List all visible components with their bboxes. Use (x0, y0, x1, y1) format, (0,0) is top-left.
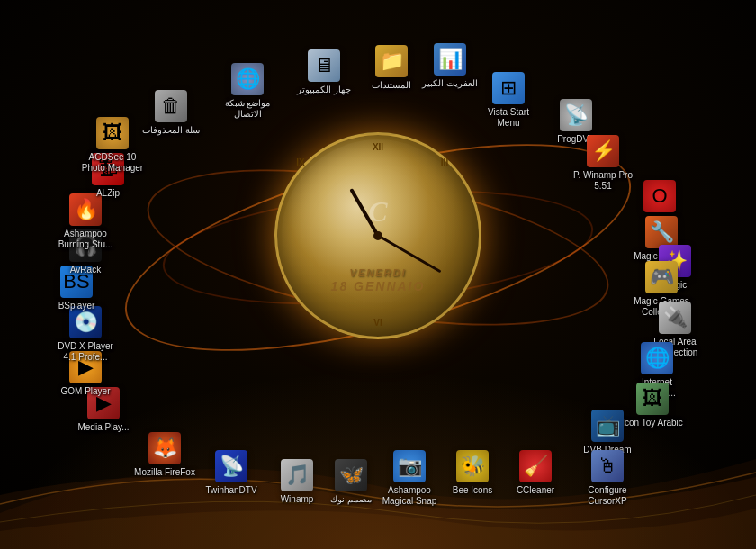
icon-img-mypc: 🖥 (308, 50, 340, 82)
icon-label-recycle: العفريت الكبير (422, 78, 478, 89)
icon-label-media: Media Play... (77, 422, 129, 433)
icon-label-winamp2: P. Winamp Pro 5.51 (572, 170, 634, 192)
icon-label-winamp: Winamp (281, 494, 314, 505)
desktop-icon-cursor[interactable]: 🖱Configure CursorXP (576, 450, 639, 507)
icon-img-acdsee: 🖼 (96, 117, 129, 149)
clock-center-dot (374, 231, 382, 240)
desktop-icon-snap[interactable]: 📷Ashampoo Magical Snap (378, 450, 441, 507)
icon-img-cursor: 🖱 (591, 450, 624, 482)
roman-9: IX (293, 158, 308, 167)
desktop-icon-vista[interactable]: ⊞Vista Start Menu (477, 72, 540, 129)
desktop-icon-winamp[interactable]: 🎵Winamp (266, 459, 328, 505)
desktop-icon-mypc[interactable]: 🖥جهاز الكمبيوتر (292, 50, 356, 95)
desktop-icon-trash[interactable]: 🗑سلة المحذوفات (140, 90, 202, 136)
icon-img-firefox: 🦊 (148, 432, 181, 464)
icon-img-prog: 📡 (560, 99, 592, 131)
icon-img-arabic: 🦋 (335, 459, 367, 491)
icon-img-ccleaner: 🧹 (519, 450, 552, 482)
icon-img-local: 🔌 (659, 302, 691, 334)
desktop-icon-recycle[interactable]: 📊العفريت الكبير (418, 43, 482, 89)
clock-day: VENERDI (350, 267, 407, 278)
desktop-icon-ccleaner[interactable]: 🧹CCleaner (504, 450, 567, 496)
icon-label-firefox: Mozilla FireFox (134, 467, 195, 478)
desktop-icon-arabic[interactable]: 🦋مصمم نوك (320, 459, 382, 505)
desktop-icon-network[interactable]: 🌐مواضع شبكة الاتصال (216, 63, 279, 120)
icon-label-ashampoo: Ashampoo Burning Stu... (54, 229, 117, 250)
desktop-icon-dvb[interactable]: 📺DVB Dream (576, 410, 639, 455)
roman-6: VI (371, 318, 385, 328)
desktop-icon-winamp2[interactable]: ⚡P. Winamp Pro 5.51 (572, 135, 634, 192)
icon-img-dvb: 📺 (591, 410, 624, 442)
icon-img-trash: 🗑 (155, 90, 187, 122)
icon-label-vista: Vista Start Menu (477, 107, 540, 129)
icon-img-bee: 🐝 (456, 450, 489, 482)
icon-label-ccleaner: CCleaner (517, 485, 554, 496)
icon-label-acdsee: ACDSee 10 Photo Manager (81, 152, 144, 174)
icon-label-gom: GOM Player (60, 386, 110, 397)
icon-label-snap: Ashampoo Magical Snap (378, 485, 441, 507)
desktop-icon-ashampoo[interactable]: 🔥Ashampoo Burning Stu... (54, 194, 117, 250)
clock-container: C XII III VI IX VENERDI 18 GENNAIO (274, 132, 482, 339)
icon-label-cursor: Configure CursorXP (576, 485, 639, 507)
icon-img-docs: 📁 (375, 45, 408, 77)
icon-img-internet: 🌐 (641, 342, 673, 374)
icon-img-twinhan: 📡 (215, 450, 248, 482)
icon-img-network: 🌐 (231, 63, 264, 95)
icon-label-dvdx: DVD X Player 4.1 Profe... (54, 341, 117, 363)
icon-img-vista: ⊞ (492, 72, 525, 104)
icon-label-docs: المستندات (372, 80, 411, 91)
roman-3: III (437, 158, 452, 167)
desktop-icon-bee[interactable]: 🐝Bee Icons (441, 450, 504, 496)
icon-label-bee: Bee Icons (453, 485, 492, 496)
icon-label-bsplayer: BSplayer (58, 301, 95, 311)
desktop-icon-acdsee[interactable]: 🖼ACDSee 10 Photo Manager (81, 117, 144, 174)
icon-label-avrack: AvRack (70, 265, 101, 275)
icon-label-twinhan: TwinhanDTV (205, 485, 256, 496)
icon-img-mutils: 🔧 (645, 216, 678, 248)
icon-img-winamp: 🎵 (281, 459, 313, 491)
icon-img-icontoy: 🖼 (636, 382, 669, 415)
clock-face: C XII III VI IX VENERDI 18 GENNAIO (274, 132, 482, 339)
icon-label-mypc: جهاز الكمبيوتر (297, 85, 351, 95)
desktop-icon-docs[interactable]: 📁المستندات (360, 45, 423, 91)
clock-date: 18 GENNAIO (331, 279, 426, 293)
desktop-icon-firefox[interactable]: 🦊Mozilla FireFox (133, 432, 196, 478)
desktop-icon-twinhan[interactable]: 📡TwinhanDTV (200, 450, 263, 496)
icon-img-mgames: 🎮 (645, 261, 678, 293)
roman-12: XII (371, 142, 385, 152)
icon-img-snap: 📷 (393, 450, 426, 482)
icon-label-network: مواضع شبكة الاتصال (216, 98, 279, 120)
icon-label-trash: سلة المحذوفات (142, 125, 200, 136)
icon-label-alzip: ALZip (96, 188, 120, 199)
icon-label-arabic: مصمم نوك (330, 494, 372, 505)
icon-img-opera: O (644, 180, 676, 212)
desktop-icon-dvdx[interactable]: 💿DVD X Player 4.1 Profe... (54, 306, 117, 363)
icon-img-recycle: 📊 (434, 43, 466, 76)
icon-img-winamp2: ⚡ (587, 135, 619, 167)
